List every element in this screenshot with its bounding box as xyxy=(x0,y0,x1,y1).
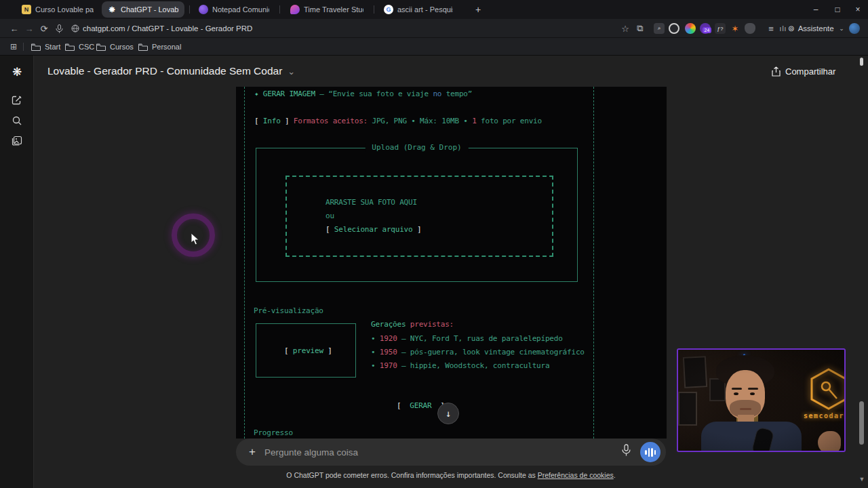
bookmark-folder-start[interactable]: Start xyxy=(31,38,60,56)
generation-item: • 1950 — pós-guerra, look vintage cinema… xyxy=(371,348,585,357)
screen: N Curso Lovable para Iniciantes ❋ ChatGP… xyxy=(0,0,868,488)
google-icon: G xyxy=(384,5,393,14)
new-tab-button[interactable]: + xyxy=(471,3,486,16)
disclaimer-period: . xyxy=(614,471,616,479)
bookmarks-bar: ⊞ Start CSC Cursos Personal xyxy=(0,38,868,56)
assistant-label: Assistente xyxy=(798,24,834,33)
bookmark-star-icon[interactable]: ☆ xyxy=(618,19,632,38)
tab-chatgpt-active[interactable]: ❋ ChatGPT - Lovable - Gerador xyxy=(102,1,184,18)
time-traveler-icon xyxy=(290,5,300,14)
tab-title: Curso Lovable para Iniciantes xyxy=(35,5,94,14)
generations-title: Gerações previstas: xyxy=(371,320,454,329)
upload-box: Upload (Drag & Drop) ARRASTE SUA FOTO AQ… xyxy=(256,148,578,282)
reading-list-icon[interactable]: ≡ xyxy=(765,19,777,38)
dropzone-line1: ARRASTE SUA FOTO AQUI xyxy=(326,198,417,207)
share-label: Compartilhar xyxy=(785,66,835,77)
scrollbar-down-arrow[interactable]: ▼ xyxy=(859,476,865,484)
tab-time-traveler[interactable]: Time Traveler Studio - Lovable xyxy=(285,1,369,18)
browser-navbar: ← → ⟳ chatgpt.com / ChatGPT - Lovable - … xyxy=(0,19,868,38)
minimize-button[interactable]: – xyxy=(804,0,827,19)
prd-ascii-document: ✦ GERAR IMAGEM — “Envie sua foto e viaje… xyxy=(236,87,667,439)
back-icon[interactable]: ← xyxy=(7,19,22,38)
share-button[interactable]: Compartilhar xyxy=(764,62,844,81)
reload-icon[interactable]: ⟳ xyxy=(37,19,52,38)
tab-notepad[interactable]: Notepad Comunidade Sem C xyxy=(193,1,275,18)
bookmark-folder-csc[interactable]: CSC xyxy=(65,38,94,56)
tab-title: Time Traveler Studio - Lovable xyxy=(304,5,363,14)
dropzone: ARRASTE SUA FOTO AQUI ou [ Selecionar ar… xyxy=(285,176,553,257)
extension-ghost-icon[interactable] xyxy=(745,23,755,34)
scrollbar-top-nub[interactable] xyxy=(860,58,863,66)
tab-title: ChatGPT - Lovable - Gerador xyxy=(121,5,179,14)
mouse-cursor xyxy=(191,232,200,246)
chatgpt-header: Lovable - Gerador PRD - Comunidade Sem C… xyxy=(34,56,868,87)
extension-starburst-icon[interactable]: ✶ xyxy=(730,23,741,34)
ascii-border-left xyxy=(244,87,245,439)
toolbar-chevron-icon[interactable]: ⌄ xyxy=(835,19,848,38)
prd-section-title: ✦ GERAR IMAGEM — “Envie sua foto e viaje… xyxy=(254,89,472,98)
bookmark-folder-personal[interactable]: Personal xyxy=(138,38,181,56)
disclaimer-text: O ChatGPT pode cometer erros. Confira in… xyxy=(286,471,537,479)
folder-icon xyxy=(138,43,148,51)
profile-avatar[interactable] xyxy=(849,23,860,34)
progress-section-label: Progresso xyxy=(254,428,293,437)
chatgpt-icon: ❋ xyxy=(107,5,117,14)
gerar-button-ascii: [ GERAR ] xyxy=(397,401,445,410)
dictate-mic-icon[interactable] xyxy=(621,444,631,457)
notepad-icon xyxy=(199,5,208,14)
preview-section-label: Pré-visualização xyxy=(254,306,323,315)
conversation-title-menu[interactable]: Lovable - Gerador PRD - Comunidade Sem C… xyxy=(47,56,295,87)
extension-visual-search-icon[interactable]: ⌕ xyxy=(654,23,665,34)
vignette xyxy=(678,350,844,451)
chatgpt-sidebar: ❋ RE xyxy=(0,56,34,488)
notion-icon: N xyxy=(22,5,31,14)
tab-curso-lovable[interactable]: N Curso Lovable para Iniciantes xyxy=(16,1,99,18)
voice-mode-button[interactable] xyxy=(640,442,660,462)
bookmark-folder-cursos[interactable]: Cursos xyxy=(96,38,134,56)
webcam-overlay: semcodar xyxy=(677,348,846,452)
assistant-icon: ⊚ xyxy=(788,24,795,33)
voice-search-mic-icon[interactable] xyxy=(52,19,66,38)
bookmark-label: CSC xyxy=(79,43,94,51)
assistant-button[interactable]: ⊚ Assistente xyxy=(788,19,834,38)
maximize-button[interactable]: □ xyxy=(826,0,849,19)
tab-google-search[interactable]: G ascii art - Pesquisa Google xyxy=(378,1,458,18)
url-bar[interactable]: chatgpt.com / ChatGPT - Lovable - Gerado… xyxy=(83,19,252,38)
openai-logo-icon: ❋ xyxy=(0,62,34,81)
browser-tab-strip: N Curso Lovable para Iniciantes ❋ ChatGP… xyxy=(0,0,868,19)
new-chat-icon[interactable] xyxy=(0,91,34,110)
preview-placeholder: [ preview ] xyxy=(284,346,332,355)
prd-info-line: [ Info ] Formatos aceitos: JPG, PNG • Má… xyxy=(254,117,542,125)
attach-plus-icon[interactable]: + xyxy=(244,439,260,466)
generation-item: • 1970 — hippie, Woodstock, contracultur… xyxy=(371,361,549,370)
folder-icon xyxy=(96,43,106,51)
tab-title: Notepad Comunidade Sem C xyxy=(212,5,269,14)
upload-box-legend: Upload (Drag & Drop) xyxy=(365,143,468,152)
extension-fx-icon[interactable]: ƒ? xyxy=(715,23,726,34)
share-link-icon[interactable]: ⧉ xyxy=(633,19,647,38)
scroll-to-bottom-button[interactable]: ↓ xyxy=(437,403,459,424)
bookmark-label: Start xyxy=(45,43,60,51)
bookmark-label: Cursos xyxy=(110,43,134,51)
select-file-button: [ Selecionar arquivo ] xyxy=(326,225,421,234)
extension-clock-icon[interactable] xyxy=(669,23,679,34)
search-icon[interactable] xyxy=(0,111,34,130)
generation-item: • 1920 — NYC, Ford T, ruas de paralelepí… xyxy=(371,334,563,343)
dropzone-line2: ou xyxy=(326,211,334,220)
share-icon xyxy=(772,66,781,77)
extension-badge: 24 xyxy=(703,27,711,33)
chevron-down-icon: ⌄ xyxy=(288,66,295,77)
library-images-icon[interactable] xyxy=(0,131,34,150)
apps-grid-icon[interactable]: ⊞ xyxy=(7,38,20,56)
message-input[interactable] xyxy=(264,439,563,466)
preview-box: [ preview ] xyxy=(256,323,356,378)
chat-composer: + xyxy=(236,439,666,466)
forward-icon[interactable]: → xyxy=(22,19,37,38)
disclaimer-footer: O ChatGPT pode cometer erros. Confira in… xyxy=(34,471,868,483)
folder-icon xyxy=(65,43,75,51)
cookie-preferences-link[interactable]: Preferências de cookies xyxy=(538,471,614,479)
close-button[interactable]: × xyxy=(846,0,868,19)
site-info-icon[interactable] xyxy=(69,19,81,38)
scrollbar-thumb[interactable] xyxy=(859,401,864,445)
extension-colorwheel-icon[interactable] xyxy=(685,23,696,34)
